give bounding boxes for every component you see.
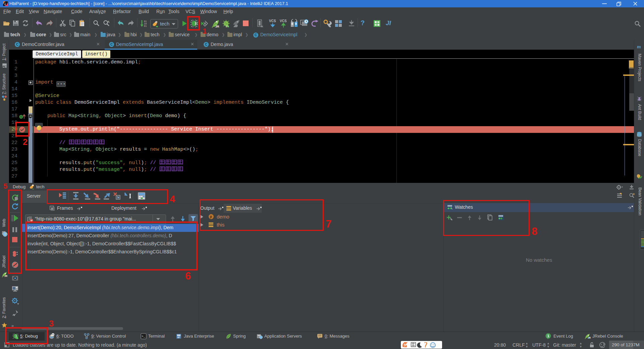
svg-text:1: 1 [547,334,549,338]
svg-text:JR: JR [215,25,219,28]
svg-text:01: 01 [144,25,147,28]
svg-text:VCS: VCS [269,19,276,23]
svg-text:S: S [404,343,406,347]
svg-text:A: A [107,20,110,23]
svg-text:JR: JR [588,337,591,339]
svg-text:m: m [637,44,641,49]
svg-text:p: p [210,215,212,219]
svg-text:VCS: VCS [280,19,287,23]
svg-text:IJ: IJ [4,2,6,4]
svg-text:>_: >_ [142,335,145,338]
svg-text:JR: JR [4,275,7,277]
